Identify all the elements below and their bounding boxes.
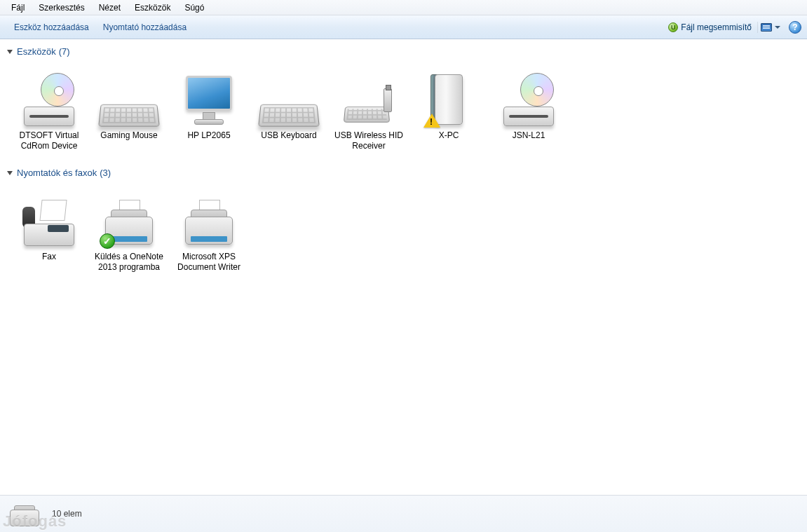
view-icon xyxy=(761,23,772,32)
menu-bar: Fájl Szerkesztés Nézet Eszközök Súgó xyxy=(0,0,807,15)
device-label: USB Keyboard xyxy=(253,130,325,141)
group-header-printers[interactable]: Nyomtatók és faxok (3) xyxy=(4,163,803,179)
group-count-printers: (3) xyxy=(100,168,111,178)
collapse-triangle-icon xyxy=(7,50,13,54)
optical-drive-icon xyxy=(494,66,564,128)
printer-label: Fax xyxy=(13,252,85,262)
item-count-label: 10 elem xyxy=(52,509,82,519)
usb-dongle-icon xyxy=(334,66,404,128)
device-item-usb-wireless-hid-receiver[interactable]: USB Wireless HID Receiver xyxy=(331,62,407,155)
help-button[interactable]: ? xyxy=(789,21,801,34)
details-pane: 10 elem Jófogás xyxy=(0,496,807,532)
printers-items: Fax ✓ Küldés a OneNote 2013 programba Mi… xyxy=(4,179,803,285)
menu-file[interactable]: Fájl xyxy=(4,1,32,14)
device-label: X-PC xyxy=(413,130,484,141)
device-label: USB Wireless HID Receiver xyxy=(333,130,405,151)
content-area: Eszközök (7) DTSOFT Virtual CdRom Device… xyxy=(0,39,807,496)
device-label: JSN-L21 xyxy=(493,130,564,141)
device-item-gaming-mouse[interactable]: Gaming Mouse xyxy=(91,62,167,155)
keyboard-icon xyxy=(254,66,324,128)
printer-label: Küldés a OneNote 2013 programba xyxy=(93,252,165,273)
command-bar: Eszköz hozzáadása Nyomtató hozzáadása U … xyxy=(0,15,807,39)
file-shredder-button[interactable]: U Fájl megsemmisítő xyxy=(668,22,752,32)
device-item-dtsoft-virtual-cdrom[interactable]: DTSOFT Virtual CdRom Device xyxy=(11,62,87,155)
device-item-x-pc[interactable]: X-PC xyxy=(411,62,487,155)
device-label: DTSOFT Virtual CdRom Device xyxy=(13,130,85,151)
collapse-triangle-icon xyxy=(7,171,13,175)
device-label: Gaming Mouse xyxy=(93,130,165,141)
group-title-devices: Eszközök xyxy=(17,46,56,57)
menu-view[interactable]: Nézet xyxy=(92,1,128,14)
default-check-badge-icon: ✓ xyxy=(100,233,115,249)
group-count-devices: (7) xyxy=(59,46,70,57)
printer-icon: ✓ xyxy=(94,187,164,249)
file-shredder-label: Fájl megsemmisítő xyxy=(681,22,752,32)
fax-icon xyxy=(14,187,84,249)
printer-label: Microsoft XPS Document Writer xyxy=(173,252,245,273)
menu-help[interactable]: Súgó xyxy=(177,1,211,14)
keyboard-icon xyxy=(94,66,164,128)
add-printer-button[interactable]: Nyomtató hozzáadása xyxy=(96,20,194,35)
printer-item-fax[interactable]: Fax xyxy=(11,184,87,276)
computer-icon xyxy=(414,66,484,128)
group-title-printers: Nyomtatók és faxok xyxy=(17,168,97,178)
device-label: HP LP2065 xyxy=(173,130,245,141)
printer-icon xyxy=(174,187,244,249)
printer-item-onenote-2013[interactable]: ✓ Küldés a OneNote 2013 programba xyxy=(91,184,167,276)
printer-item-xps-document-writer[interactable]: Microsoft XPS Document Writer xyxy=(171,184,247,276)
warning-badge-icon xyxy=(423,114,440,128)
shredder-icon: U xyxy=(668,22,678,32)
device-item-jsn-l21[interactable]: JSN-L21 xyxy=(491,62,567,155)
monitor-icon xyxy=(174,66,244,128)
details-thumbnail-icon xyxy=(8,500,42,528)
menu-edit[interactable]: Szerkesztés xyxy=(32,1,91,14)
add-device-button[interactable]: Eszköz hozzáadása xyxy=(7,20,96,35)
group-header-devices[interactable]: Eszközök (7) xyxy=(4,42,803,58)
device-item-hp-lp2065[interactable]: HP LP2065 xyxy=(171,62,247,155)
menu-tools[interactable]: Eszközök xyxy=(128,1,177,14)
optical-drive-icon xyxy=(14,66,84,128)
view-options-dropdown[interactable] xyxy=(757,22,783,33)
chevron-down-icon xyxy=(775,26,780,29)
device-item-usb-keyboard[interactable]: USB Keyboard xyxy=(251,62,327,155)
devices-items: DTSOFT Virtual CdRom Device Gaming Mouse… xyxy=(4,58,803,163)
